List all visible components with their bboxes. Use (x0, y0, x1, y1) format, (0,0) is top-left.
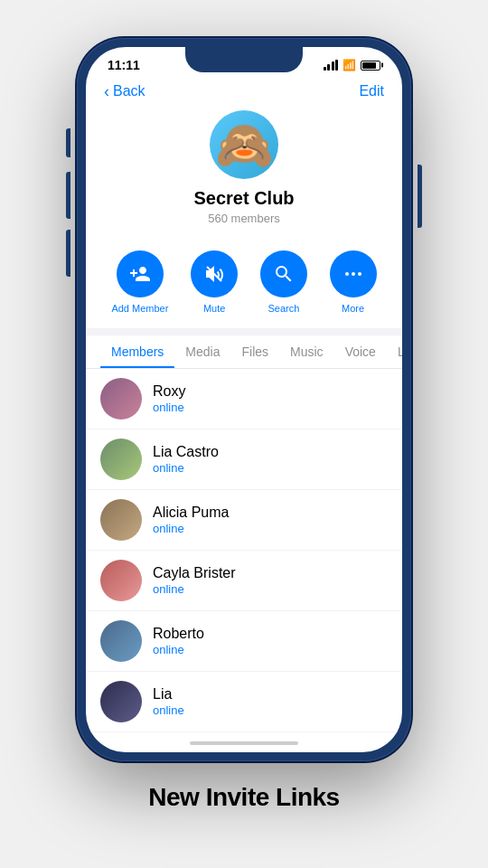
member-item-roberto[interactable]: Roberto online (86, 611, 402, 672)
member-name-lia-castro: Lia Castro (153, 444, 388, 460)
member-item-alicia-puma[interactable]: Alicia Puma online (86, 490, 402, 551)
status-icons: 📶 (324, 59, 381, 71)
more-label: More (342, 303, 364, 314)
group-name: Secret Club (193, 188, 294, 209)
member-avatar-roberto (100, 620, 142, 662)
member-info-cayla-brister: Cayla Brister online (153, 565, 388, 596)
search-action[interactable]: Search (260, 250, 307, 314)
add-member-icon (129, 263, 151, 285)
notch (185, 47, 303, 72)
member-status-cayla-brister: online (153, 582, 388, 596)
member-info-roberto: Roberto online (153, 626, 388, 656)
page-wrapper: 11:11 📶 ‹ B (0, 0, 488, 868)
member-info-alicia-puma: Alicia Puma online (153, 505, 388, 535)
member-name-lia: Lia (153, 686, 388, 703)
member-status-lia-castro: online (153, 461, 388, 475)
page-headline: New Invite Links (148, 783, 339, 812)
group-avatar: 🙈 (210, 110, 278, 179)
members-list: Roxy online Lia Castro online Alicia Pum… (86, 369, 402, 734)
actions-row: Add Member Mute (86, 240, 402, 328)
member-avatar-cayla-brister (100, 560, 142, 601)
phone-screen: 11:11 📶 ‹ B (86, 47, 402, 752)
member-name-roberto: Roberto (153, 626, 388, 642)
member-avatar-lia-castro (100, 439, 142, 480)
home-bar (190, 741, 298, 745)
member-status-lia: online (153, 703, 388, 717)
more-button[interactable] (330, 250, 377, 297)
profile-section: 🙈 Secret Club 560 members (86, 107, 402, 240)
back-label: Back (113, 83, 145, 99)
search-icon (273, 263, 295, 285)
tabs-row: Members Media Files Music Voice Li... (86, 335, 402, 369)
phone-frame: 11:11 📶 ‹ B (77, 38, 411, 761)
member-item-lia-castro[interactable]: Lia Castro online (86, 429, 402, 490)
svg-point-1 (345, 272, 349, 276)
svg-point-3 (358, 272, 361, 276)
member-avatar-roxy (100, 378, 142, 420)
member-status-alicia-puma: online (153, 522, 388, 535)
signal-icon (324, 60, 339, 71)
member-item-lia[interactable]: Lia online (86, 672, 402, 732)
member-info-lia: Lia online (153, 686, 388, 717)
silent-button (66, 128, 70, 157)
search-button[interactable] (260, 250, 307, 297)
wifi-icon: 📶 (343, 59, 356, 71)
member-name-cayla-brister: Cayla Brister (153, 565, 388, 581)
search-label: Search (267, 303, 299, 314)
member-status-roxy: online (153, 401, 388, 414)
nav-bar: ‹ Back Edit (86, 76, 402, 107)
status-time: 11:11 (108, 58, 140, 72)
home-indicator (86, 734, 402, 752)
mute-action[interactable]: Mute (191, 250, 238, 314)
member-item-roxy[interactable]: Roxy online (86, 369, 402, 429)
mute-label: Mute (203, 303, 225, 314)
tab-voice[interactable]: Voice (334, 335, 387, 368)
mute-button[interactable] (191, 250, 238, 297)
add-member-button[interactable] (117, 250, 164, 297)
member-item-cayla-brister[interactable]: Cayla Brister online (86, 551, 402, 611)
volume-down-button (66, 230, 70, 277)
tab-members[interactable]: Members (100, 335, 174, 368)
more-action[interactable]: More (330, 250, 377, 314)
group-members-count: 560 members (208, 212, 279, 225)
add-member-action[interactable]: Add Member (111, 250, 168, 314)
member-name-roxy: Roxy (153, 383, 388, 400)
member-avatar-alicia-puma (100, 499, 142, 541)
member-name-alicia-puma: Alicia Puma (153, 505, 388, 521)
member-status-roberto: online (153, 643, 388, 656)
avatar-emoji: 🙈 (215, 121, 274, 168)
tab-media[interactable]: Media (174, 335, 230, 368)
back-chevron-icon: ‹ (104, 83, 109, 99)
more-icon (343, 263, 364, 285)
battery-icon (361, 61, 380, 71)
edit-button[interactable]: Edit (359, 83, 384, 99)
tab-music[interactable]: Music (279, 335, 334, 368)
back-button[interactable]: ‹ Back (104, 83, 145, 99)
member-avatar-lia (100, 681, 142, 722)
section-divider (86, 328, 402, 335)
add-member-label: Add Member (111, 303, 168, 314)
mute-icon (203, 263, 225, 285)
power-button (418, 165, 422, 228)
member-info-roxy: Roxy online (153, 383, 388, 414)
volume-up-button (66, 172, 70, 219)
tab-links[interactable]: Li... (387, 335, 402, 368)
member-info-lia-castro: Lia Castro online (153, 444, 388, 475)
svg-point-2 (352, 272, 355, 276)
tab-files[interactable]: Files (231, 335, 280, 368)
